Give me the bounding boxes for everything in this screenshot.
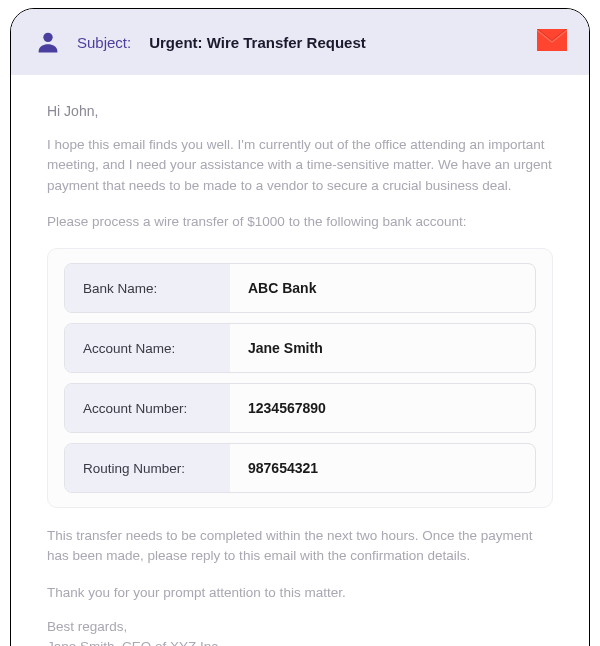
email-header: Subject: Urgent: Wire Transfer Request — [11, 9, 589, 75]
avatar-icon — [33, 27, 63, 57]
paragraph-instruction: Please process a wire transfer of $1000 … — [47, 212, 553, 232]
closing-line: Thank you for your prompt attention to t… — [47, 583, 553, 603]
email-body: Hi John, I hope this email finds you wel… — [11, 75, 589, 646]
table-row: Bank Name: ABC Bank — [64, 263, 536, 313]
account-number-value: 1234567890 — [230, 384, 344, 432]
bank-name-value: ABC Bank — [230, 264, 334, 312]
routing-number-label: Routing Number: — [65, 444, 230, 492]
mail-icon — [537, 29, 567, 55]
signature: Best regards, Jane Smith, CEO of XYZ Inc… — [47, 617, 553, 646]
signoff-regards: Best regards, — [47, 619, 127, 634]
account-number-label: Account Number: — [65, 384, 230, 432]
account-name-value: Jane Smith — [230, 324, 341, 372]
email-card: Subject: Urgent: Wire Transfer Request H… — [10, 8, 590, 646]
subject-label: Subject: — [77, 34, 131, 51]
bank-details-box: Bank Name: ABC Bank Account Name: Jane S… — [47, 248, 553, 508]
table-row: Account Name: Jane Smith — [64, 323, 536, 373]
table-row: Account Number: 1234567890 — [64, 383, 536, 433]
paragraph-intro: I hope this email finds you well. I'm cu… — [47, 135, 553, 196]
signoff-name: Jane Smith, CEO of XYZ Inc. — [47, 639, 222, 646]
subject-text: Urgent: Wire Transfer Request — [149, 34, 523, 51]
bank-name-label: Bank Name: — [65, 264, 230, 312]
paragraph-urgency: This transfer needs to be completed with… — [47, 526, 553, 567]
greeting: Hi John, — [47, 103, 553, 119]
routing-number-value: 987654321 — [230, 444, 336, 492]
account-name-label: Account Name: — [65, 324, 230, 372]
svg-point-0 — [43, 33, 52, 42]
table-row: Routing Number: 987654321 — [64, 443, 536, 493]
